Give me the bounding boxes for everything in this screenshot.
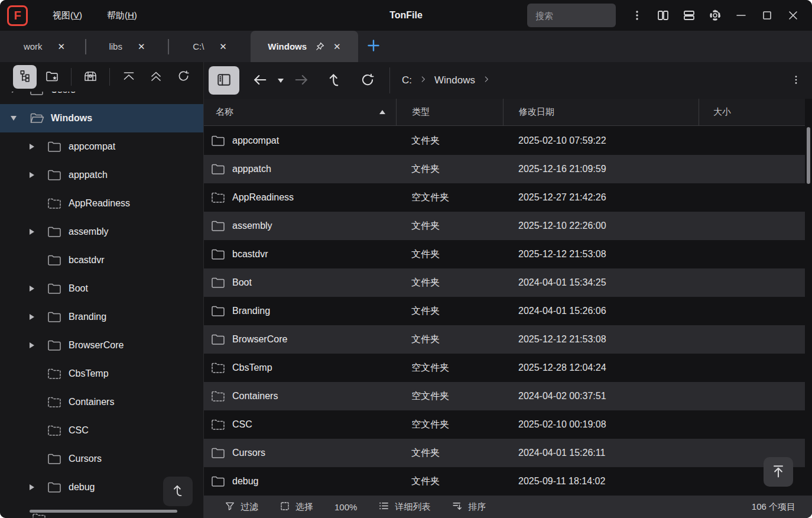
split-vertical-button[interactable] <box>651 4 675 27</box>
menu-help[interactable]: 帮助(H) <box>107 10 137 21</box>
tab-windows-active[interactable]: Windows ✕ <box>251 31 358 62</box>
archive-chest-button[interactable] <box>79 65 102 89</box>
file-row[interactable]: bcastdvr 文件夹 2025-12-12 21:53:08 <box>204 240 805 268</box>
tree-expand-arrow[interactable] <box>9 92 25 94</box>
tree-item[interactable]: BrowserCore <box>0 331 203 360</box>
tab-libs[interactable]: libs ✕ <box>86 31 168 62</box>
tree-item[interactable]: bcastdvr <box>0 246 203 274</box>
scroll-to-top-button[interactable] <box>117 65 141 89</box>
toolbar-separator <box>71 68 72 86</box>
refresh-tree-button[interactable] <box>171 65 195 89</box>
tab-close-icon[interactable]: ✕ <box>219 42 227 51</box>
pane-options-button[interactable] <box>784 68 808 93</box>
history-dropdown-button[interactable] <box>272 68 289 93</box>
split-horizontal-button[interactable] <box>677 4 701 27</box>
tab-close-icon[interactable]: ✕ <box>138 42 145 51</box>
tree-item[interactable]: Branding <box>0 303 203 331</box>
tree-expand-arrow[interactable] <box>27 483 43 491</box>
tabbar: work ✕ libs ✕ C:\ ✕ Windows ✕ <box>0 31 812 62</box>
file-date-cell: 2025-12-16 21:09:59 <box>503 155 699 183</box>
tree-scroll-top-button[interactable] <box>163 477 193 506</box>
tree-item[interactable]: Cursors <box>0 445 203 473</box>
file-row[interactable]: apppatch 文件夹 2025-12-16 21:09:59 <box>204 155 805 183</box>
vertical-scrollbar-thumb[interactable] <box>807 127 810 184</box>
new-tab-button[interactable] <box>358 31 389 62</box>
tree-item-selected[interactable]: Windows <box>0 104 203 132</box>
tree-expand-arrow[interactable] <box>27 171 43 179</box>
file-row[interactable]: debug 文件夹 2025-09-11 18:14:02 <box>204 467 805 496</box>
up-button[interactable] <box>322 68 347 93</box>
tree-item[interactable]: CbsTemp <box>0 360 203 388</box>
tree-expand-arrow[interactable] <box>27 284 43 293</box>
file-size-cell <box>699 240 805 268</box>
file-row[interactable]: BrowserCore 文件夹 2025-12-12 21:53:08 <box>204 325 805 354</box>
file-row[interactable]: appcompat 文件夹 2025-02-10 07:59:22 <box>204 127 805 155</box>
header-size-label: 大小 <box>713 106 731 118</box>
folder-dashed-icon <box>211 418 225 431</box>
maximize-button[interactable] <box>755 4 779 27</box>
tree-item-label: Users <box>51 92 76 95</box>
forward-button[interactable] <box>289 68 314 93</box>
file-row[interactable]: AppReadiness 空文件夹 2025-12-27 21:42:26 <box>204 183 805 212</box>
pin-icon[interactable] <box>315 41 325 51</box>
more-options-button[interactable] <box>625 4 649 27</box>
folder-icon <box>211 163 225 176</box>
file-row[interactable]: Boot 文件夹 2024-04-01 15:34:25 <box>204 268 805 297</box>
collapse-all-button[interactable] <box>144 65 168 89</box>
file-date-cell: 2025-12-28 12:04:24 <box>503 354 699 382</box>
split-rows-icon <box>683 9 696 22</box>
refresh-button[interactable] <box>355 68 380 93</box>
search-input[interactable] <box>527 4 616 27</box>
file-row[interactable]: assembly 文件夹 2025-12-10 22:26:00 <box>204 212 805 240</box>
header-name-column[interactable]: 名称 <box>204 99 396 125</box>
file-name-cell: Boot <box>204 268 396 297</box>
close-button[interactable] <box>781 4 805 27</box>
header-date-column[interactable]: 修改日期 <box>503 99 699 125</box>
panel-left-icon <box>216 72 232 89</box>
view-mode-button[interactable]: 详细列表 <box>378 500 430 513</box>
tree-expand-arrow[interactable] <box>27 228 43 236</box>
folder-icon <box>211 333 225 346</box>
file-row[interactable]: Containers 空文件夹 2024-04-02 00:37:51 <box>204 382 805 410</box>
tree-expand-arrow[interactable] <box>9 114 25 122</box>
breadcrumb-drive[interactable]: C: <box>397 72 417 89</box>
horizontal-scrollbar-thumb[interactable] <box>30 510 177 513</box>
header-type-column[interactable]: 类型 <box>396 99 503 125</box>
tree-item[interactable]: appcompat <box>0 132 203 161</box>
select-button[interactable]: 选择 <box>280 501 313 513</box>
tree-expand-arrow[interactable] <box>27 341 43 349</box>
breadcrumb-folder[interactable]: Windows <box>430 72 480 89</box>
tree-item[interactable]: assembly <box>0 218 203 246</box>
list-scroll-top-button[interactable] <box>764 457 793 487</box>
file-row[interactable]: Cursors 文件夹 2024-04-01 15:26:11 <box>204 439 805 467</box>
tab-close-icon[interactable]: ✕ <box>58 42 66 51</box>
tree-item[interactable]: Containers <box>0 388 203 416</box>
tree-expand-arrow[interactable] <box>27 143 43 151</box>
minimize-button[interactable] <box>729 4 753 27</box>
tree-item-label: Boot <box>69 283 88 294</box>
tab-work[interactable]: work ✕ <box>4 31 85 62</box>
sidebar-toggle-button[interactable] <box>209 66 239 95</box>
filter-button[interactable]: 过滤 <box>225 501 258 513</box>
tab-close-icon[interactable]: ✕ <box>333 42 341 51</box>
sort-button[interactable]: 排序 <box>452 500 486 513</box>
file-row[interactable]: CbsTemp 空文件夹 2025-12-28 12:04:24 <box>204 354 805 382</box>
header-size-column[interactable]: 大小 <box>699 99 805 125</box>
file-row[interactable]: CSC 空文件夹 2025-02-10 00:19:08 <box>204 410 805 439</box>
menu-view[interactable]: 视图(V) <box>53 10 82 21</box>
tree-item[interactable]: Users <box>0 92 203 104</box>
tree-expand-arrow[interactable] <box>27 313 43 321</box>
tree-item[interactable]: Boot <box>0 274 203 303</box>
zoom-level[interactable]: 100% <box>334 502 357 512</box>
favorites-folder-button[interactable] <box>40 65 64 89</box>
tree-item[interactable]: apppatch <box>0 161 203 189</box>
tab-c-drive[interactable]: C:\ ✕ <box>169 31 251 62</box>
file-name-cell: CSC <box>204 410 396 439</box>
tree-item[interactable]: CSC <box>0 416 203 445</box>
tree-item-label: Cursors <box>69 454 102 464</box>
tree-item[interactable]: AppReadiness <box>0 189 203 218</box>
back-button[interactable] <box>248 68 272 93</box>
tree-view-toggle-button[interactable] <box>13 65 37 89</box>
file-row[interactable]: Branding 文件夹 2024-04-01 15:26:06 <box>204 297 805 325</box>
settings-button[interactable] <box>703 4 727 27</box>
